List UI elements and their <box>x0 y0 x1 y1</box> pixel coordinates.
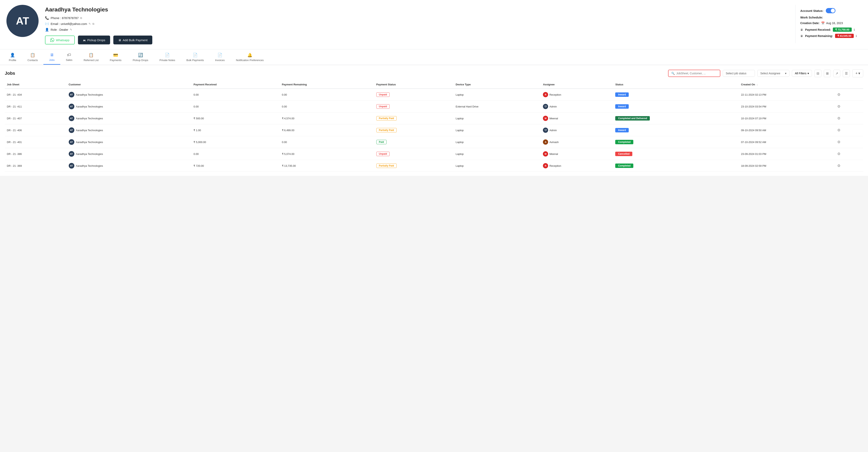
cell-status: Inward <box>613 124 739 136</box>
jobs-title: Jobs <box>5 71 21 76</box>
cell-status: Inward <box>613 89 739 101</box>
tab-payments[interactable]: 💳Payments <box>104 50 127 65</box>
cell-created-on: 23-10-2024 03:54 PM <box>739 101 834 112</box>
add-bulk-payment-button[interactable]: 🖥 Add Bulk Payment <box>113 36 152 44</box>
job-status-badge: Completed and Delivered <box>615 116 650 121</box>
edit-email-icon[interactable]: ✎ <box>89 22 91 25</box>
grid-view-button[interactable]: ⊞ <box>824 70 831 77</box>
nav-tabs: 👤Profile📋Contacts🖥Jobs🏷Sales📋Referred Li… <box>0 50 868 65</box>
cell-job-sheet: DR - 21 -401 <box>5 136 67 148</box>
col-customer: Customer <box>67 80 192 89</box>
cell-device-type: Laptop <box>454 112 541 124</box>
account-info: Account Status: Work Schedule: Creation … <box>795 5 862 43</box>
email-row: ✉️ Email : univell@yahoo.com ✎ ⧉ <box>45 22 789 26</box>
cell-payment-remaining: ₹ 4,574.00 <box>280 112 374 124</box>
tab-label-referred-list: Referred List <box>84 59 98 62</box>
cell-customer: AT Aaradhya Technologies <box>67 160 192 172</box>
tab-icon-sales: 🏷 <box>67 53 71 57</box>
tab-referred-list[interactable]: 📋Referred List <box>78 50 104 65</box>
tab-contacts[interactable]: 📋Contacts <box>22 50 43 65</box>
job-status-select[interactable]: Select job status <box>723 70 755 77</box>
assignee-avatar: A <box>543 139 548 144</box>
payment-remaining-label: Payment Remaining: <box>805 34 833 38</box>
job-status-badge: Inward <box>615 104 629 109</box>
edit-role-icon[interactable]: ✎ <box>70 28 72 31</box>
cell-customer: AT Aaradhya Technologies <box>67 124 192 136</box>
cell-job-sheet: DR - 21 -411 <box>5 101 67 112</box>
export-icon: ↗ <box>835 72 838 75</box>
copy-phone-icon[interactable]: ⧉ <box>80 17 82 20</box>
tab-sales[interactable]: 🏷Sales <box>60 50 78 65</box>
cell-job-sheet: DR - 21 -434 <box>5 89 67 101</box>
row-settings-button[interactable]: ⚙ <box>836 127 841 133</box>
role-icon: 👤 <box>45 28 49 32</box>
creation-date-row: Creation Date: 📅 Aug 16, 2023 <box>800 22 857 25</box>
whatsapp-button[interactable]: Whatsapp <box>45 36 75 44</box>
cell-actions: ⚙ <box>834 112 863 124</box>
work-schedule-label: Work Schedule: <box>800 16 823 19</box>
payment-status-badge: Partially Paid <box>376 164 397 168</box>
tab-jobs[interactable]: 🖥Jobs <box>43 50 60 65</box>
cell-status: Inward <box>613 101 739 112</box>
add-job-button[interactable]: + ▾ <box>852 69 863 77</box>
copy-email-icon[interactable]: ⧉ <box>92 22 94 26</box>
all-filters-button[interactable]: All Filters ▾ <box>792 70 812 77</box>
cell-job-sheet: DR - 21 -407 <box>5 112 67 124</box>
cell-device-type: Laptop <box>454 89 541 101</box>
all-filters-label: All Filters <box>795 72 807 75</box>
customer-name: Aaradhya Technologies <box>76 129 103 132</box>
tab-profile[interactable]: 👤Profile <box>3 50 22 65</box>
cell-actions: ⚙ <box>834 136 863 148</box>
filter-icon-button[interactable]: ⊟ <box>814 70 822 77</box>
cell-payment-status: Paid <box>374 136 454 148</box>
export-button[interactable]: ↗ <box>833 70 840 77</box>
assignee-avatar: R <box>543 92 548 97</box>
jobs-table-body: DR - 21 -434 AT Aaradhya Technologies 0.… <box>5 89 863 172</box>
search-input[interactable] <box>676 72 717 75</box>
add-chevron-icon: ▾ <box>858 71 860 75</box>
col-payment-received: Payment Received <box>191 80 280 89</box>
table-row: DR - 21 -411 AT Aaradhya Technologies 0.… <box>5 101 863 112</box>
tab-invoices[interactable]: 📄Invoices <box>209 50 230 65</box>
assignee-name: Meenal <box>549 153 558 156</box>
account-status-toggle[interactable] <box>826 8 835 13</box>
col-assignee: Assignee <box>541 80 613 89</box>
cell-assignee: A Avinash <box>541 136 613 148</box>
payment-received-info-icon[interactable]: ℹ <box>854 28 855 31</box>
tab-private-notes[interactable]: 📄Private Notes <box>154 50 181 65</box>
tab-bulk-payments[interactable]: 📄Bulk Payments <box>181 50 210 65</box>
tab-icon-profile: 👤 <box>10 53 15 58</box>
tab-label-private-notes: Private Notes <box>159 59 175 62</box>
cell-actions: ⚙ <box>834 101 863 112</box>
list-icon: ☰ <box>845 72 848 75</box>
payment-remaining-info-icon[interactable]: ℹ <box>856 34 857 38</box>
table-row: DR - 21 -407 AT Aaradhya Technologies ₹ … <box>5 112 863 124</box>
cell-assignee: 🛡 Admin <box>541 124 613 136</box>
assignee-avatar: M <box>543 116 548 121</box>
cell-created-on: 22-11-2024 02:13 PM <box>739 89 834 101</box>
row-settings-button[interactable]: ⚙ <box>836 163 841 169</box>
payment-status-badge: Partially Paid <box>376 116 397 121</box>
assignee-select[interactable]: Select Assignee ▾ <box>757 70 789 77</box>
pickup-drops-button[interactable]: 🏍 Pickup Drops <box>78 36 110 44</box>
assignee-avatar: R <box>543 163 548 168</box>
creation-date-label: Creation Date: <box>800 22 819 25</box>
tab-pickup-drops[interactable]: 🔄Pickup Drops <box>127 50 154 65</box>
sort-icon: ↓ <box>757 83 758 86</box>
row-settings-button[interactable]: ⚙ <box>836 92 841 98</box>
cell-device-type: Laptop <box>454 136 541 148</box>
tab-notification-preferences[interactable]: 🔔Notification Preferences <box>230 50 269 65</box>
list-view-button[interactable]: ☰ <box>843 70 850 77</box>
cell-payment-remaining: 0.00 <box>280 101 374 112</box>
row-settings-button[interactable]: ⚙ <box>836 103 841 109</box>
customer-avatar: AT <box>69 104 74 109</box>
job-status-badge: Inward <box>615 92 629 97</box>
row-settings-button[interactable]: ⚙ <box>836 139 841 145</box>
role-value: Role : Dealer <box>51 28 68 31</box>
assignee-name: Admin <box>549 129 557 132</box>
row-settings-button[interactable]: ⚙ <box>836 151 841 157</box>
cell-payment-received: ₹ 5,000.00 <box>191 136 280 148</box>
cell-customer: AT Aaradhya Technologies <box>67 101 192 112</box>
cell-customer: AT Aaradhya Technologies <box>67 148 192 160</box>
row-settings-button[interactable]: ⚙ <box>836 115 841 121</box>
